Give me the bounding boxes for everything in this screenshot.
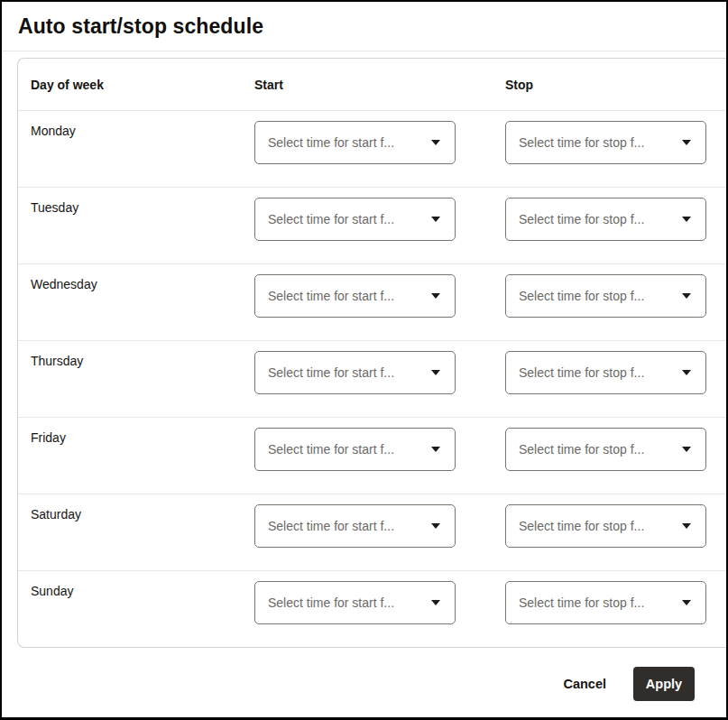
caret-down-icon [431, 447, 440, 452]
start-time-placeholder: Select time for start f... [268, 519, 422, 533]
day-label: Sunday [18, 571, 254, 647]
day-label: Monday [18, 111, 254, 187]
schedule-row: Saturday Select time for start f... Sele… [18, 494, 728, 571]
stop-time-select[interactable]: Select time for stop f... [505, 504, 706, 548]
stop-time-select[interactable]: Select time for stop f... [505, 428, 706, 471]
column-header-day-of-week: Day of week [18, 78, 254, 92]
stop-time-placeholder: Select time for stop f... [519, 212, 673, 226]
schedule-row: Monday Select time for start f... Select… [18, 111, 728, 188]
schedule-row: Wednesday Select time for start f... Sel… [18, 264, 728, 341]
day-label: Thursday [18, 341, 254, 417]
stop-time-placeholder: Select time for stop f... [519, 595, 673, 610]
day-label: Friday [18, 418, 254, 494]
caret-down-icon [431, 600, 440, 605]
caret-down-icon [431, 293, 440, 299]
start-time-select[interactable]: Select time for start f... [254, 274, 456, 318]
apply-button[interactable]: Apply [633, 667, 695, 701]
start-time-placeholder: Select time for start f... [268, 442, 422, 457]
caret-down-icon [682, 523, 691, 529]
start-time-placeholder: Select time for start f... [268, 289, 422, 303]
schedule-table: Day of week Start Stop Monday Select tim… [17, 58, 728, 648]
caret-down-icon [431, 370, 440, 375]
caret-down-icon [682, 293, 691, 299]
dialog-footer: Cancel Apply [561, 667, 695, 701]
start-time-select[interactable]: Select time for start f... [254, 121, 456, 164]
column-header-stop: Stop [505, 78, 728, 92]
caret-down-icon [682, 370, 691, 375]
start-time-select[interactable]: Select time for start f... [254, 581, 456, 624]
start-time-placeholder: Select time for start f... [268, 595, 422, 610]
caret-down-icon [431, 217, 440, 222]
schedule-row: Thursday Select time for start f... Sele… [18, 341, 728, 418]
schedule-row: Sunday Select time for start f... Select… [18, 571, 728, 647]
stop-time-select[interactable]: Select time for stop f... [505, 121, 706, 164]
stop-time-select[interactable]: Select time for stop f... [505, 198, 706, 241]
stop-time-placeholder: Select time for stop f... [519, 442, 673, 457]
caret-down-icon [431, 523, 440, 529]
start-time-select[interactable]: Select time for start f... [254, 351, 456, 394]
caret-down-icon [682, 447, 691, 452]
stop-time-select[interactable]: Select time for stop f... [505, 581, 706, 624]
dialog-header: Auto start/stop schedule [2, 2, 726, 51]
start-time-placeholder: Select time for start f... [268, 135, 422, 150]
start-time-select[interactable]: Select time for start f... [254, 428, 456, 471]
stop-time-placeholder: Select time for stop f... [519, 519, 673, 533]
cancel-button[interactable]: Cancel [561, 669, 608, 698]
day-label: Wednesday [18, 264, 254, 340]
start-time-select[interactable]: Select time for start f... [254, 504, 456, 548]
caret-down-icon [682, 140, 691, 145]
day-label: Saturday [18, 494, 254, 570]
caret-down-icon [682, 217, 691, 222]
stop-time-select[interactable]: Select time for stop f... [505, 351, 706, 394]
table-body: Monday Select time for start f... Select… [18, 111, 728, 647]
auto-start-stop-dialog: Auto start/stop schedule Day of week Sta… [0, 0, 728, 720]
caret-down-icon [431, 140, 440, 145]
start-time-placeholder: Select time for start f... [268, 365, 422, 380]
stop-time-placeholder: Select time for stop f... [519, 289, 673, 303]
start-time-placeholder: Select time for start f... [268, 212, 422, 226]
caret-down-icon [682, 600, 691, 605]
stop-time-placeholder: Select time for stop f... [519, 365, 673, 380]
schedule-row: Friday Select time for start f... Select… [18, 418, 728, 494]
table-header-row: Day of week Start Stop [18, 59, 728, 111]
day-label: Tuesday [18, 188, 254, 263]
stop-time-placeholder: Select time for stop f... [519, 135, 673, 150]
start-time-select[interactable]: Select time for start f... [254, 198, 456, 241]
schedule-row: Tuesday Select time for start f... Selec… [18, 188, 728, 264]
stop-time-select[interactable]: Select time for stop f... [505, 274, 706, 318]
column-header-start: Start [254, 78, 505, 92]
dialog-title: Auto start/stop schedule [18, 14, 263, 39]
